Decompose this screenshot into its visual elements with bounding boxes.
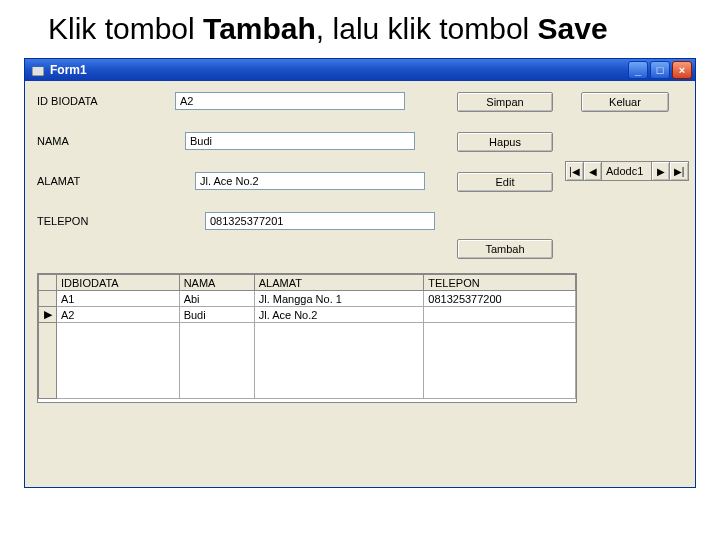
adodc-nav: |◀ ◀ Adodc1 ▶ ▶| — [565, 161, 689, 181]
nama-input[interactable]: Budi — [185, 132, 415, 150]
nav-next-button[interactable]: ▶ — [652, 162, 670, 180]
grid-header-idbiodata[interactable]: IDBIODATA — [57, 275, 180, 291]
label-id-biodata: ID BIODATA — [37, 95, 98, 107]
svg-rect-1 — [32, 64, 44, 67]
alamat-input[interactable]: Jl. Ace No.2 — [195, 172, 425, 190]
telepon-input[interactable]: 081325377201 — [205, 212, 435, 230]
slide-title: Klik tombol Tambah, lalu klik tombol Sav… — [0, 0, 720, 54]
nav-prev-icon: ◀ — [589, 166, 597, 177]
table-row[interactable]: ▶ A2 Budi Jl. Ace No.2 — [39, 307, 576, 323]
close-button[interactable]: × — [672, 61, 692, 79]
cell-telepon[interactable]: 081325377200 — [424, 291, 576, 307]
nav-prev-button[interactable]: ◀ — [584, 162, 602, 180]
form-icon — [31, 63, 45, 77]
cell-alamat[interactable]: Jl. Ace No.2 — [254, 307, 424, 323]
cell-idbiodata[interactable]: A2 — [57, 307, 180, 323]
maximize-button[interactable]: □ — [650, 61, 670, 79]
grid-header-alamat[interactable]: ALAMAT — [254, 275, 424, 291]
window-title: Form1 — [50, 63, 87, 77]
form-window: Form1 _ □ × ID BIODATA NAMA ALAMAT TELEP… — [24, 58, 696, 488]
nav-last-button[interactable]: ▶| — [670, 162, 688, 180]
table-row[interactable]: A1 Abi Jl. Mangga No. 1 081325377200 — [39, 291, 576, 307]
label-telepon: TELEPON — [37, 215, 88, 227]
adodc-label: Adodc1 — [602, 162, 652, 180]
cell-nama[interactable]: Abi — [179, 291, 254, 307]
nav-next-icon: ▶ — [657, 166, 665, 177]
grid-corner — [39, 275, 57, 291]
titlebar[interactable]: Form1 _ □ × — [25, 59, 695, 81]
form-client-area: ID BIODATA NAMA ALAMAT TELEPON A2 Budi J… — [25, 81, 695, 487]
keluar-button[interactable]: Keluar — [581, 92, 669, 112]
grid-empty-area — [39, 323, 576, 399]
simpan-button[interactable]: Simpan — [457, 92, 553, 112]
hapus-button[interactable]: Hapus — [457, 132, 553, 152]
data-grid[interactable]: IDBIODATA NAMA ALAMAT TELEPON A1 Abi Jl.… — [37, 273, 577, 403]
grid-header-row: IDBIODATA NAMA ALAMAT TELEPON — [39, 275, 576, 291]
minimize-icon: _ — [635, 64, 641, 76]
cell-alamat[interactable]: Jl. Mangga No. 1 — [254, 291, 424, 307]
maximize-icon: □ — [657, 64, 664, 76]
grid-header-telepon[interactable]: TELEPON — [424, 275, 576, 291]
tambah-button[interactable]: Tambah — [457, 239, 553, 259]
row-marker — [39, 291, 57, 307]
nav-first-button[interactable]: |◀ — [566, 162, 584, 180]
slide-title-bold2: Save — [538, 12, 608, 45]
cell-idbiodata[interactable]: A1 — [57, 291, 180, 307]
close-icon: × — [679, 64, 685, 76]
row-marker: ▶ — [39, 307, 57, 323]
slide-title-bold1: Tambah — [203, 12, 316, 45]
label-nama: NAMA — [37, 135, 69, 147]
id-biodata-input[interactable]: A2 — [175, 92, 405, 110]
nav-first-icon: |◀ — [569, 166, 580, 177]
cell-nama[interactable]: Budi — [179, 307, 254, 323]
minimize-button[interactable]: _ — [628, 61, 648, 79]
grid-header-nama[interactable]: NAMA — [179, 275, 254, 291]
slide-title-part2: , lalu klik tombol — [316, 12, 538, 45]
label-alamat: ALAMAT — [37, 175, 80, 187]
cell-telepon[interactable] — [424, 307, 576, 323]
slide-title-part1: Klik tombol — [48, 12, 203, 45]
edit-button[interactable]: Edit — [457, 172, 553, 192]
nav-last-icon: ▶| — [674, 166, 685, 177]
